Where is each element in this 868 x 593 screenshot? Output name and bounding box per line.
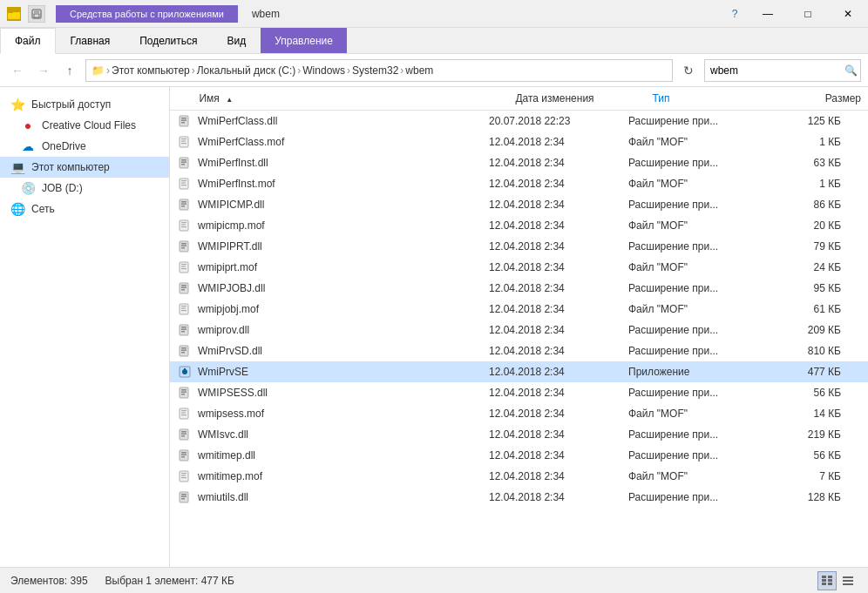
- svg-rect-61: [180, 408, 188, 419]
- file-type-icon: [177, 468, 193, 484]
- file-date: 12.04.2018 2:34: [489, 387, 628, 399]
- table-row[interactable]: wmiutils.dll 12.04.2018 2:34 Расширение …: [170, 487, 868, 508]
- help-button[interactable]: ?: [722, 0, 748, 28]
- col-header-type[interactable]: Тип: [646, 91, 783, 106]
- table-row[interactable]: WmiPrvSD.dll 12.04.2018 2:34 Расширение …: [170, 340, 868, 361]
- sidebar-item-quickaccess[interactable]: ⭐ Быстрый доступ: [0, 94, 169, 115]
- svg-rect-75: [181, 475, 186, 476]
- svg-rect-11: [181, 138, 186, 139]
- close-button[interactable]: ✕: [828, 0, 868, 28]
- address-path[interactable]: 📁 › Этот компьютер › Локальный диск (C:)…: [85, 59, 673, 82]
- up-button[interactable]: ↑: [59, 60, 80, 81]
- sidebar: ⭐ Быстрый доступ ● Creative Cloud Files …: [0, 87, 170, 567]
- search-box[interactable]: 🔍: [704, 59, 861, 82]
- file-type: Файл "MOF": [628, 408, 768, 420]
- maximize-button[interactable]: □: [788, 0, 828, 28]
- table-row[interactable]: WmiPerfClass.dll 20.07.2018 22:23 Расшир…: [170, 111, 868, 131]
- minimize-button[interactable]: —: [748, 0, 788, 28]
- refresh-button[interactable]: ↻: [678, 60, 699, 81]
- table-row[interactable]: WMIPSESS.dll 12.04.2018 2:34 Расширение …: [170, 382, 868, 403]
- table-row[interactable]: WMIPICMP.dll 12.04.2018 2:34 Расширение …: [170, 194, 868, 215]
- file-type-icon: [177, 489, 193, 505]
- menu-tab-view[interactable]: Вид: [212, 28, 261, 53]
- sidebar-item-creativecloud[interactable]: ● Creative Cloud Files: [0, 115, 169, 136]
- search-input[interactable]: [710, 64, 841, 77]
- path-part-drive: Локальный диск (C:): [197, 64, 296, 77]
- svg-rect-59: [181, 392, 186, 394]
- col-header-size[interactable]: Размер: [783, 91, 868, 106]
- file-name: wmipiprt.mof: [193, 261, 489, 273]
- file-date: 12.04.2018 2:34: [489, 219, 628, 232]
- quick-access-toolbar: [24, 3, 49, 24]
- table-row[interactable]: wmipiprt.mof 12.04.2018 2:34 Файл "MOF" …: [170, 257, 868, 278]
- window-title: wbem: [238, 8, 294, 20]
- table-row[interactable]: WMIsvc.dll 12.04.2018 2:34 Расширение пр…: [170, 424, 868, 445]
- file-date: 12.04.2018 2:34: [489, 282, 628, 294]
- table-row[interactable]: WmiPerfClass.mof 12.04.2018 2:34 Файл "M…: [170, 131, 868, 152]
- save-btn[interactable]: [28, 5, 45, 23]
- table-row[interactable]: wmitimep.mof 12.04.2018 2:34 Файл "MOF" …: [170, 466, 868, 487]
- table-row[interactable]: wmipicmp.mof 12.04.2018 2:34 Файл "MOF" …: [170, 215, 868, 236]
- table-row[interactable]: wmipsess.mof 12.04.2018 2:34 Файл "MOF" …: [170, 403, 868, 424]
- file-size: 56 КБ: [768, 449, 855, 462]
- file-name: WmiPerfClass.dll: [193, 115, 489, 127]
- svg-rect-34: [180, 262, 188, 273]
- col-header-date[interactable]: Дата изменения: [508, 91, 645, 106]
- file-name: WmiPrvSE: [193, 366, 489, 378]
- file-size: 219 КБ: [768, 428, 855, 441]
- file-date: 12.04.2018 2:34: [489, 157, 628, 169]
- file-name: WmiPerfInst.mof: [193, 178, 489, 190]
- file-type: Расширение при...: [628, 449, 768, 462]
- svg-rect-7: [181, 118, 186, 119]
- table-row[interactable]: wmipjobj.mof 12.04.2018 2:34 Файл "MOF" …: [170, 299, 868, 320]
- svg-rect-29: [181, 226, 186, 227]
- menu-tab-manage[interactable]: Управление: [261, 28, 347, 53]
- table-row[interactable]: WmiPerfInst.dll 12.04.2018 2:34 Расширен…: [170, 152, 868, 173]
- table-row[interactable]: WMIPIPRT.dll 12.04.2018 2:34 Расширение …: [170, 236, 868, 257]
- menu-tab-share[interactable]: Поделиться: [125, 28, 212, 53]
- svg-rect-31: [181, 243, 186, 245]
- path-part-windows: Windows: [302, 64, 345, 77]
- ribbon-tab-tools: Средства работы с приложениями: [56, 5, 238, 23]
- svg-rect-32: [181, 246, 186, 247]
- sidebar-item-network[interactable]: 🌐 Сеть: [0, 199, 169, 219]
- menu-tab-home[interactable]: Главная: [56, 28, 125, 53]
- status-selected: Выбран 1 элемент: 477 КБ: [105, 575, 234, 587]
- menu-bar: Файл Главная Поделиться Вид Управление: [0, 28, 868, 54]
- file-size: 86 КБ: [768, 199, 855, 211]
- menu-tab-file[interactable]: Файл: [0, 28, 56, 54]
- sidebar-item-computer[interactable]: 💻 Этот компьютер: [0, 157, 169, 178]
- file-name: wmiutils.dll: [193, 491, 489, 503]
- svg-rect-51: [181, 347, 186, 349]
- table-row[interactable]: wmiprov.dll 12.04.2018 2:34 Расширение п…: [170, 320, 868, 340]
- back-button[interactable]: ←: [7, 60, 28, 81]
- table-row[interactable]: wmitimep.dll 12.04.2018 2:34 Расширение …: [170, 445, 868, 466]
- col-header-name[interactable]: Имя ▲: [192, 91, 508, 106]
- file-type: Файл "MOF": [628, 470, 768, 482]
- svg-rect-43: [181, 306, 186, 307]
- file-size: 477 КБ: [768, 366, 855, 378]
- file-name: WMIPJOBJ.dll: [193, 282, 489, 294]
- svg-rect-81: [822, 576, 826, 578]
- computer-icon: 💻: [10, 160, 24, 174]
- view-list-button[interactable]: [838, 571, 858, 590]
- svg-rect-26: [180, 220, 188, 231]
- file-size: 7 КБ: [768, 470, 855, 482]
- file-date: 12.04.2018 2:34: [489, 449, 628, 462]
- main-layout: ⭐ Быстрый доступ ● Creative Cloud Files …: [0, 87, 868, 567]
- path-part-system32: System32: [352, 64, 398, 77]
- view-details-button[interactable]: [817, 571, 837, 590]
- table-row[interactable]: WMIPJOBJ.dll 12.04.2018 2:34 Расширение …: [170, 278, 868, 299]
- svg-rect-70: [181, 452, 186, 454]
- svg-rect-64: [181, 414, 186, 415]
- sidebar-item-job[interactable]: 💿 JOB (D:): [0, 178, 169, 199]
- file-type: Файл "MOF": [628, 303, 768, 315]
- table-row[interactable]: WmiPrvSE 12.04.2018 2:34 Приложение 477 …: [170, 361, 868, 382]
- address-bar: ← → ↑ 📁 › Этот компьютер › Локальный дис…: [0, 54, 868, 87]
- sidebar-item-onedrive[interactable]: ☁ OneDrive: [0, 136, 169, 157]
- forward-button[interactable]: →: [33, 60, 54, 81]
- file-name: WmiPerfClass.mof: [193, 136, 489, 148]
- path-part-wbem: wbem: [405, 64, 433, 77]
- table-row[interactable]: WmiPerfInst.mof 12.04.2018 2:34 Файл "MO…: [170, 173, 868, 194]
- sort-arrow: ▲: [226, 96, 233, 104]
